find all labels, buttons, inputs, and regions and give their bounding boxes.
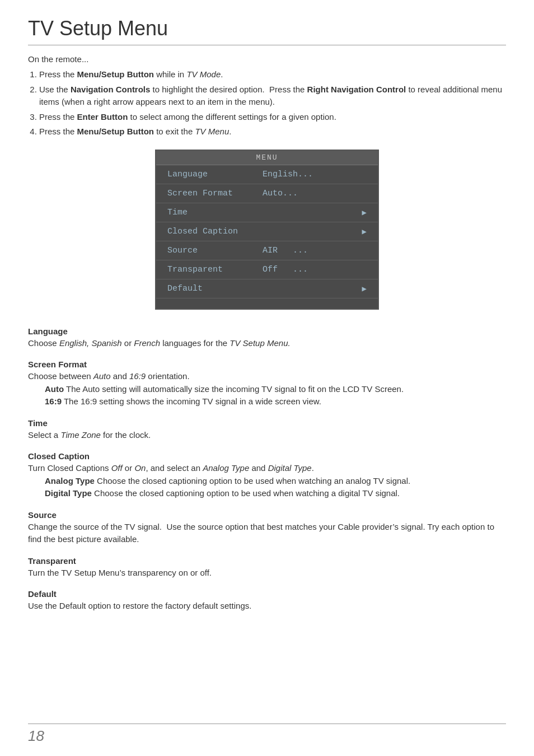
menu-arrow-time: ▶ — [362, 208, 367, 217]
section-body-language: Choose English, Spanish or French langua… — [28, 337, 506, 350]
step1-bold1: Menu/Setup Button — [77, 69, 154, 79]
menu-value-transparent: Off ... — [257, 265, 362, 274]
step-2: Use the Navigation Controls to highlight… — [39, 83, 506, 109]
menu-label-language: Language — [167, 170, 257, 179]
step2-bold1: Navigation Controls — [71, 85, 151, 94]
menu-label-time: Time — [167, 208, 257, 217]
cc-digital-desc: Digital Type Choose the closed captionin… — [45, 487, 506, 500]
section-default: Default Use the Default option to restor… — [28, 589, 506, 613]
menu-arrow-default: ▶ — [362, 284, 367, 293]
section-title-time: Time — [28, 418, 506, 428]
section-title-default: Default — [28, 589, 506, 599]
cc-analog: Analog Type — [203, 463, 249, 473]
sf-auto-desc: Auto The Auto setting will automatically… — [45, 383, 506, 396]
menu-arrow-transparent — [362, 265, 367, 274]
section-time: Time Select a Time Zone for the clock. — [28, 418, 506, 442]
menu-row-language: Language English... — [156, 165, 378, 184]
section-language: Language Choose English, Spanish or Fren… — [28, 326, 506, 350]
section-title-language: Language — [28, 326, 506, 336]
menu-value-language: English... — [257, 170, 362, 179]
section-closed-caption: Closed Caption Turn Closed Captions Off … — [28, 451, 506, 500]
intro-text: On the remote... — [28, 54, 506, 64]
cc-off: Off — [111, 463, 123, 473]
menu-spacer — [156, 298, 378, 309]
step4-italic1: TV Menu — [195, 127, 229, 136]
menu-arrow-source — [362, 246, 367, 255]
section-transparent: Transparent Turn the TV Setup Menu’s tra… — [28, 556, 506, 580]
page-footer: 18 — [28, 724, 506, 745]
menu-graphic: MENU Language English... Screen Format A… — [28, 150, 506, 310]
menu-label-default: Default — [167, 284, 257, 293]
section-body-screen-format: Choose between Auto and 16:9 orientation… — [28, 370, 506, 408]
section-title-closed-caption: Closed Caption — [28, 451, 506, 461]
menu-arrow-screen-format — [362, 189, 367, 198]
menu-arrow-language — [362, 170, 367, 179]
step-3: Press the Enter Button to select among t… — [39, 111, 506, 124]
step-4: Press the Menu/Setup Button to exit the … — [39, 125, 506, 138]
section-screen-format: Screen Format Choose between Auto and 16… — [28, 360, 506, 408]
menu-row-screen-format: Screen Format Auto... — [156, 184, 378, 203]
menu-label-screen-format: Screen Format — [167, 189, 257, 198]
section-body-transparent: Turn the TV Setup Menu’s transparency on… — [28, 567, 506, 580]
cc-digital: Digital Type — [268, 463, 312, 473]
cc-analog-desc: Analog Type Choose the closed captioning… — [45, 475, 506, 488]
menu-row-transparent: Transparent Off ... — [156, 260, 378, 279]
step-1: Press the Menu/Setup Button while in TV … — [39, 68, 506, 81]
menu-label-transparent: Transparent — [167, 265, 257, 274]
section-title-screen-format: Screen Format — [28, 360, 506, 369]
cc-on: On — [134, 463, 146, 473]
menu-row-time: Time ▶ — [156, 203, 378, 222]
step2-bold2: Right Navigation Control — [307, 85, 406, 94]
menu-label-closed-caption: Closed Caption — [167, 227, 257, 236]
menu-row-default: Default ▶ — [156, 279, 378, 298]
step4-bold1: Menu/Setup Button — [77, 127, 154, 136]
menu-row-source: Source AIR ... — [156, 241, 378, 260]
language-menu-name: TV Setup Menu. — [229, 338, 290, 348]
step3-bold1: Enter Button — [77, 112, 128, 122]
menu-value-screen-format: Auto... — [257, 189, 362, 198]
language-option-french: French — [134, 338, 160, 348]
sf-auto: Auto — [93, 371, 111, 381]
menu-arrow-closed-caption: ▶ — [362, 227, 367, 236]
section-body-source: Change the source of the TV signal. Use … — [28, 521, 506, 546]
time-zone-label: Time Zone — [60, 430, 101, 440]
menu-header: MENU — [156, 151, 378, 165]
steps-list: Press the Menu/Setup Button while in TV … — [39, 68, 506, 138]
menu-label-source: Source — [167, 246, 257, 255]
section-title-transparent: Transparent — [28, 556, 506, 566]
section-source: Source Change the source of the TV signa… — [28, 510, 506, 546]
menu-value-source: AIR ... — [257, 246, 362, 255]
page-title: TV Setup Menu — [28, 17, 506, 45]
section-title-source: Source — [28, 510, 506, 520]
section-body-time: Select a Time Zone for the clock. — [28, 429, 506, 442]
section-body-closed-caption: Turn Closed Captions Off or On, and sele… — [28, 462, 506, 500]
menu-row-closed-caption: Closed Caption ▶ — [156, 222, 378, 241]
step1-italic1: TV Mode — [186, 69, 221, 79]
menu-box: MENU Language English... Screen Format A… — [155, 150, 379, 310]
section-body-default: Use the Default option to restore the fa… — [28, 600, 506, 613]
sf-169: 16:9 — [129, 371, 146, 381]
language-option-english: English, Spanish — [59, 338, 122, 348]
page-number: 18 — [28, 727, 44, 744]
sf-169-desc: 16:9 The 16:9 setting shows the incoming… — [45, 395, 506, 408]
